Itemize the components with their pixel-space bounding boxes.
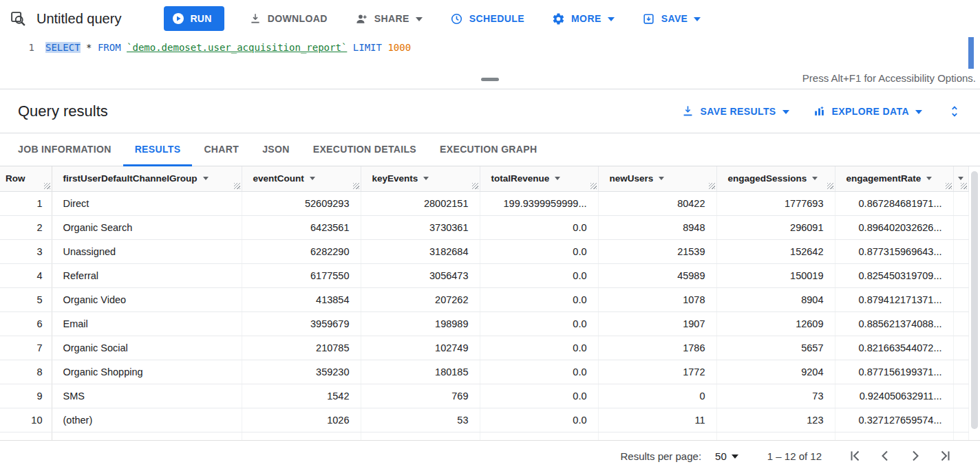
table-cell: 0.821663544072... <box>835 336 953 360</box>
column-resize-handle[interactable] <box>827 183 833 189</box>
table-cell: 8948 <box>598 215 716 239</box>
results-per-page-label: Results per page: <box>621 450 702 462</box>
last-page-button[interactable] <box>930 442 961 470</box>
table-cell: 1907 <box>598 311 716 336</box>
table-cell: 0.879412171371... <box>835 287 953 311</box>
table-cell: 134 <box>361 432 480 440</box>
share-dropdown-caret <box>416 17 423 21</box>
table-cell-partial <box>953 215 968 239</box>
table-cell: 3730361 <box>361 215 480 239</box>
sql-from-keyword: FROM <box>98 42 121 53</box>
download-button[interactable]: DOWNLOAD <box>245 6 332 31</box>
table-row: 10(other)1026530.0111230.327127659574... <box>0 408 968 432</box>
sql-editor[interactable]: 1 SELECT * FROM `demo.demoset.user_acqui… <box>0 37 980 72</box>
table-row: 4Referral617755030564730.0459891500190.8… <box>0 263 968 287</box>
column-resize-handle[interactable] <box>472 183 478 189</box>
column-menu-caret-icon[interactable] <box>203 177 209 180</box>
column-resize-handle[interactable] <box>353 183 359 189</box>
table-scrollbar-thumb[interactable] <box>971 171 978 429</box>
tab-execution-details[interactable]: EXECUTION DETAILS <box>301 133 428 166</box>
query-tab-icon <box>10 10 28 28</box>
column-menu-caret-icon[interactable] <box>423 177 429 180</box>
table-cell: Organic Social <box>52 336 242 360</box>
run-button[interactable]: RUN <box>164 6 224 31</box>
table-row: 11Paid Social9371340.0091.0 <box>0 432 968 440</box>
column-menu-caret-icon[interactable] <box>310 177 315 180</box>
tab-execution-graph[interactable]: EXECUTION GRAPH <box>428 133 548 166</box>
table-cell: 0.877315969643... <box>835 239 953 263</box>
table-cell: 0.924050632911... <box>835 384 953 408</box>
table-cell: 359230 <box>242 360 361 384</box>
splitter-drag-handle[interactable] <box>481 78 499 81</box>
column-resize-handle[interactable] <box>961 183 967 189</box>
table-cell-partial <box>953 311 968 336</box>
play-circle-icon <box>172 12 184 25</box>
table-cell: 1786 <box>598 336 716 360</box>
next-page-button[interactable] <box>900 442 930 470</box>
table-cell: 3959679 <box>242 311 361 336</box>
row-number-cell: 1 <box>0 191 52 215</box>
editor-line-number: 1 <box>0 42 34 53</box>
table-cell: Email <box>52 311 242 336</box>
save-icon <box>642 12 655 25</box>
tab-results[interactable]: RESULTS <box>123 133 193 166</box>
table-cell: 0.0 <box>480 287 598 311</box>
column-menu-caret-icon[interactable] <box>958 177 963 180</box>
column-resize-handle[interactable] <box>590 183 597 189</box>
table-cell-partial <box>953 239 968 263</box>
column-resize-handle[interactable] <box>44 183 50 189</box>
table-cell: 413854 <box>242 287 361 311</box>
tab-job-information[interactable]: JOB INFORMATION <box>6 133 123 166</box>
table-row: 5Organic Video4138542072620.0107889040.8… <box>0 287 968 311</box>
column-menu-caret-icon[interactable] <box>926 177 932 180</box>
save-results-button[interactable]: SAVE RESULTS <box>681 105 789 118</box>
more-dropdown-caret <box>608 17 615 21</box>
table-cell: 199.9399959999... <box>480 191 598 215</box>
table-cell: Organic Shopping <box>52 360 242 384</box>
column-header-eventCount: eventCount <box>242 166 361 191</box>
table-cell: 769 <box>361 384 480 408</box>
sql-code-line[interactable]: SELECT * FROM `demo.demoset.user_acquisi… <box>45 42 411 53</box>
column-header-engagementRate: engagementRate <box>835 166 953 191</box>
person-add-icon <box>355 12 368 25</box>
table-cell: 0.0 <box>480 215 598 239</box>
explore-data-button[interactable]: EXPLORE DATA <box>813 105 922 118</box>
schedule-button[interactable]: SCHEDULE <box>446 6 529 31</box>
table-cell: Paid Social <box>52 432 242 440</box>
prev-page-button[interactable] <box>870 442 900 470</box>
editor-scrollbar-thumb[interactable] <box>968 37 974 69</box>
table-cell: 207262 <box>361 287 480 311</box>
table-header-row: Row firstUserDefaultChannelGroup eventCo… <box>0 166 968 191</box>
first-page-button[interactable] <box>840 442 870 470</box>
tab-json[interactable]: JSON <box>251 133 301 166</box>
table-cell: SMS <box>52 384 242 408</box>
table-cell-partial <box>953 360 968 384</box>
column-menu-caret-icon[interactable] <box>812 177 818 180</box>
column-header-firstUserDefaultChannelGroup: firstUserDefaultChannelGroup <box>52 166 242 191</box>
more-button[interactable]: MORE <box>548 6 619 31</box>
chevron-right-icon <box>907 448 924 464</box>
page-size-select[interactable]: 50 <box>715 450 738 462</box>
sql-select-keyword: SELECT <box>45 42 81 53</box>
column-menu-caret-icon[interactable] <box>555 177 560 180</box>
table-cell: 0.327127659574... <box>835 408 953 432</box>
tab-chart[interactable]: CHART <box>192 133 251 166</box>
row-number-cell: 4 <box>0 263 52 287</box>
row-number-cell: 3 <box>0 239 52 263</box>
column-resize-handle[interactable] <box>946 183 952 189</box>
table-cell: Organic Video <box>52 287 242 311</box>
column-resize-handle[interactable] <box>234 183 240 189</box>
gear-icon <box>552 12 565 25</box>
column-header-totalRevenue: totalRevenue <box>480 166 598 191</box>
save-button[interactable]: SAVE <box>638 6 705 31</box>
share-button[interactable]: SHARE <box>351 6 427 31</box>
column-resize-handle[interactable] <box>709 183 715 189</box>
expand-results-button[interactable] <box>947 104 962 119</box>
save-results-download-icon <box>681 105 694 118</box>
table-cell-partial <box>953 432 968 440</box>
column-menu-caret-icon[interactable] <box>659 177 664 180</box>
sql-table-reference-link[interactable]: `demo.demoset.user_acquisition_report` <box>127 42 347 53</box>
table-cell: 21539 <box>598 239 716 263</box>
table-cell: 6177550 <box>242 263 361 287</box>
table-cell: 3182684 <box>361 239 480 263</box>
